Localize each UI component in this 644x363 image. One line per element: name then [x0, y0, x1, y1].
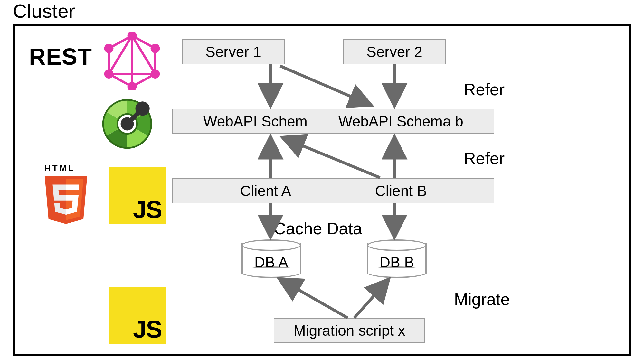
cluster-title: Cluster	[13, 0, 75, 22]
label-migrate: Migrate	[454, 290, 510, 309]
svg-point-12	[137, 104, 147, 114]
node-db-b: DB B	[367, 239, 427, 278]
node-server1: Server 1	[182, 39, 285, 64]
label-cache: Cache Data	[274, 219, 362, 238]
label-refer-mid: Refer	[464, 149, 505, 168]
label-refer-top: Refer	[464, 80, 505, 99]
html5-icon: HTML	[42, 164, 90, 228]
html5-word: HTML	[44, 163, 75, 173]
svg-point-8	[104, 44, 114, 53]
node-schema-b: WebAPI Schema b	[308, 109, 494, 134]
js-badge-text: JS	[133, 195, 162, 223]
svg-point-13	[123, 119, 131, 128]
svg-point-6	[128, 82, 137, 90]
svg-point-7	[104, 69, 114, 79]
js-badge-text: JS	[133, 315, 162, 343]
node-server2: Server 2	[343, 39, 446, 64]
graphql-icon	[103, 32, 161, 90]
js-icon: JS	[109, 167, 166, 224]
diagram-stage: Cluster REST	[0, 0, 644, 363]
node-migration: Migration script x	[274, 318, 425, 343]
svg-point-4	[151, 44, 160, 53]
openapi-icon	[100, 97, 155, 151]
svg-point-5	[151, 69, 160, 79]
node-db-a: DB A	[242, 239, 301, 278]
js-icon: JS	[109, 287, 166, 344]
node-client-b: Client B	[308, 178, 494, 203]
rest-label: REST	[29, 43, 92, 70]
